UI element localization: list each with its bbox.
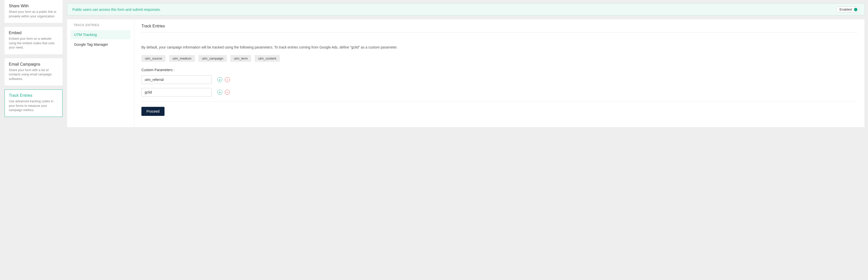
- left-sidebar: Share With Share your form as a public l…: [0, 0, 67, 127]
- sidebar-item-email-campaigns[interactable]: Email Campaigns Share your form with a l…: [4, 58, 63, 86]
- divider: [142, 102, 858, 102]
- page-title: Track Entries: [142, 24, 858, 33]
- add-param-icon[interactable]: +: [217, 90, 222, 95]
- sidebar-card-title: Share With: [9, 4, 58, 8]
- param-tag: utm_source: [142, 55, 165, 62]
- param-tag: utm_campaign: [198, 55, 227, 62]
- sidebar-card-title: Track Entries: [9, 93, 58, 98]
- sidebar-item-embed[interactable]: Embed Embed your form on a website using…: [4, 27, 63, 54]
- add-param-icon[interactable]: +: [217, 77, 222, 82]
- sidebar-item-share-with[interactable]: Share With Share your form as a public l…: [4, 0, 63, 23]
- banner-text: Public users can access this form and su…: [72, 7, 161, 11]
- sidebar-item-track-entries[interactable]: Track Entries Use advanced tracking code…: [4, 89, 63, 117]
- toggle-label: Enabled: [839, 7, 852, 11]
- remove-param-icon[interactable]: −: [225, 90, 230, 95]
- default-params-row: utm_source utm_medium utm_campaign utm_t…: [142, 55, 858, 62]
- sidebar-card-desc: Use advanced tracking codes in your form…: [9, 99, 58, 113]
- sidebar-card-desc: Embed your form on a website using the e…: [9, 37, 58, 50]
- custom-param-input[interactable]: [142, 76, 212, 84]
- param-tag: utm_content: [255, 55, 280, 62]
- custom-param-input[interactable]: [142, 88, 212, 96]
- public-access-banner: Public users can access this form and su…: [67, 3, 865, 15]
- remove-param-icon[interactable]: −: [225, 77, 230, 82]
- inner-sidebar-item-google-tag-manager[interactable]: Google Tag Manager: [70, 40, 131, 49]
- sidebar-card-desc: Share your form with a list of contacts …: [9, 68, 58, 81]
- custom-params-label: Custom Parameters :: [142, 68, 858, 72]
- content-main: Track Entries By default, your campaign …: [134, 19, 865, 127]
- param-tag: utm_term: [230, 55, 251, 62]
- custom-param-row: + −: [142, 76, 858, 84]
- proceed-button[interactable]: Proceed: [142, 107, 164, 116]
- sidebar-card-title: Email Campaigns: [9, 62, 58, 66]
- inner-sidebar: TRACK ENTRIES UTM Tracking Google Tag Ma…: [67, 19, 134, 127]
- custom-param-row: + −: [142, 88, 858, 96]
- content-description: By default, your campaign information wi…: [142, 45, 858, 50]
- sidebar-card-desc: Share your form as a public link or priv…: [9, 10, 58, 19]
- enabled-toggle[interactable]: Enabled: [836, 6, 859, 12]
- sidebar-card-title: Embed: [9, 31, 58, 35]
- inner-sidebar-item-utm-tracking[interactable]: UTM Tracking: [70, 30, 131, 39]
- param-tag: utm_medium: [169, 55, 195, 62]
- inner-sidebar-header: TRACK ENTRIES: [67, 23, 134, 29]
- toggle-dot-icon: [854, 8, 858, 11]
